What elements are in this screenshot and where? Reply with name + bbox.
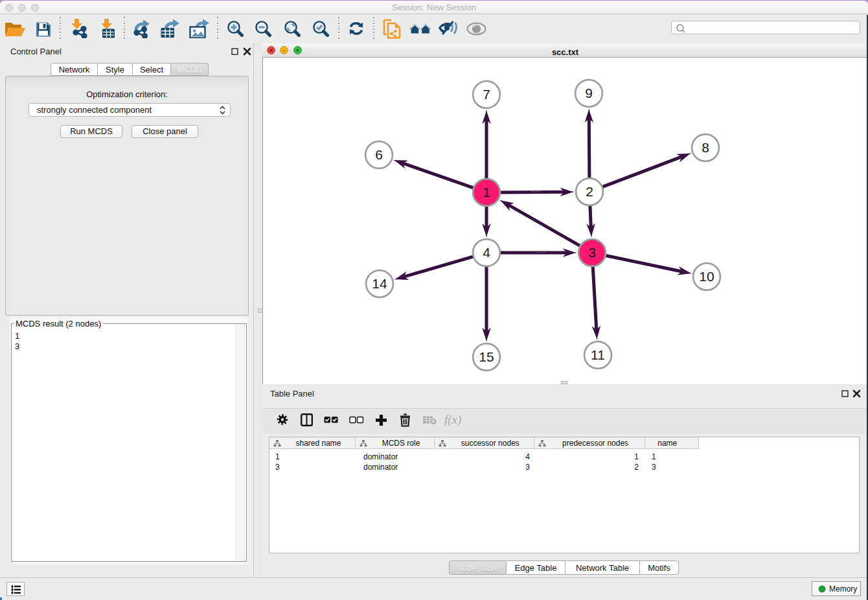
svg-text:3: 3 (588, 245, 596, 260)
svg-text:8: 8 (702, 140, 709, 155)
svg-text:4: 4 (483, 245, 490, 260)
svg-text:10: 10 (699, 269, 714, 284)
svg-text:6: 6 (375, 147, 383, 162)
svg-text:9: 9 (585, 86, 593, 100)
svg-text:14: 14 (372, 276, 387, 291)
svg-text:7: 7 (483, 87, 490, 102)
svg-text:1: 1 (483, 185, 490, 200)
svg-text:2: 2 (586, 184, 593, 199)
svg-text:11: 11 (591, 347, 605, 362)
svg-text:15: 15 (479, 349, 494, 364)
